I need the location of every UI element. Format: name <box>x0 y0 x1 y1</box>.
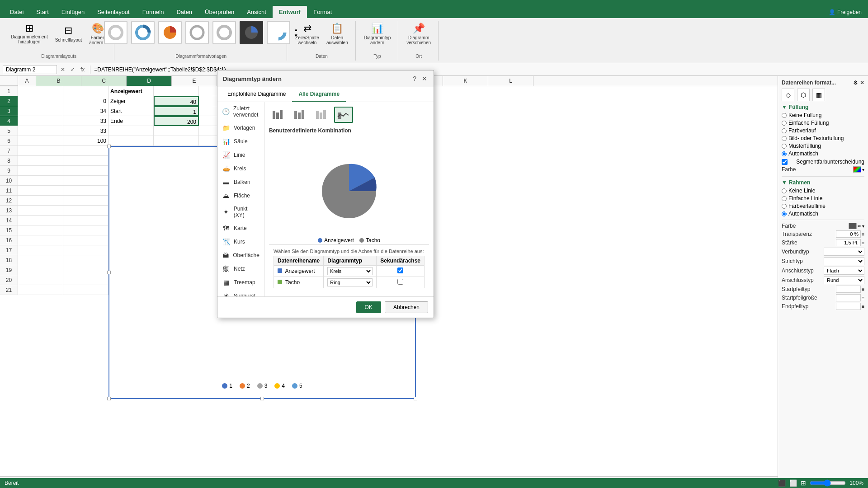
col-header-d[interactable]: D <box>127 76 172 86</box>
cell-a7[interactable] <box>18 146 63 156</box>
startpfeilgrosse-input[interactable] <box>836 294 861 301</box>
cell-a16[interactable] <box>18 235 63 245</box>
radio-farbverlauflinie[interactable]: Farbverlauflinie <box>782 203 864 209</box>
cell-b17[interactable] <box>63 245 108 255</box>
startpfeiltyp-spinner[interactable]: ≡ <box>862 287 864 292</box>
cell-c2[interactable]: Zeiger <box>108 96 154 106</box>
panel-settings-icon[interactable]: ⚙ <box>853 80 858 86</box>
radio-keine-linie[interactable]: Keine Linie <box>782 188 864 194</box>
cell-a9[interactable] <box>18 166 63 176</box>
type-kreis[interactable]: 🥧 Kreis <box>217 162 264 175</box>
type-vorlagen[interactable]: 📁 Vorlagen <box>217 121 264 135</box>
farbe-rahmen-swatch[interactable] <box>849 223 857 229</box>
secondary-checkbox-1[interactable] <box>397 267 403 273</box>
sub-type-2[interactable] <box>291 107 310 123</box>
panel-icon-bar[interactable]: ▦ <box>812 89 825 101</box>
zoom-slider[interactable] <box>810 479 846 487</box>
cell-a14[interactable] <box>18 216 63 225</box>
cell-a20[interactable] <box>18 275 63 285</box>
rahmen-header[interactable]: ▼ Rahmen <box>782 179 864 186</box>
cell-b15[interactable] <box>63 225 108 235</box>
cell-a18[interactable] <box>18 255 63 265</box>
style-1[interactable] <box>104 21 127 44</box>
series-type-select-1[interactable]: Kreis Ring Säule <box>327 267 373 275</box>
cell-c3[interactable]: Start <box>108 106 154 116</box>
tab-entwurf[interactable]: Entwurf <box>273 6 307 18</box>
cell-b12[interactable] <box>63 196 108 206</box>
cell-a11[interactable] <box>18 186 63 196</box>
cell-b20[interactable] <box>63 275 108 285</box>
tab-uberprufen[interactable]: Überprüfen <box>198 6 241 18</box>
type-punkt[interactable]: ✦ Punkt (XY) <box>217 202 264 221</box>
radio-muster[interactable]: Musterfüllung <box>782 143 864 149</box>
type-netz[interactable]: 🕸 Netz <box>217 262 264 276</box>
style-5[interactable] <box>212 21 236 44</box>
cell-a12[interactable] <box>18 196 63 206</box>
startpfeiltyp-input[interactable] <box>836 286 861 293</box>
cell-d6[interactable] <box>154 136 199 146</box>
resize-handle-bottom[interactable] <box>260 397 264 400</box>
diagramm-verschieben-btn[interactable]: 📌 Diagrammverschieben <box>404 21 434 47</box>
share-button[interactable]: 👤 Freigeben <box>822 6 868 18</box>
type-oberflache[interactable]: 🏔 Oberfläche <box>217 249 264 262</box>
diagrammelement-btn[interactable]: ⊞ Diagrammelementhinzufügen <box>8 22 51 46</box>
type-flache[interactable]: ⛰ Fläche <box>217 189 264 202</box>
resize-handle-br[interactable] <box>414 397 417 400</box>
cell-b16[interactable] <box>63 235 108 245</box>
series-type-select-2[interactable]: Ring Kreis Säule <box>327 278 373 286</box>
view-normal-icon[interactable]: ⬛ <box>778 479 786 487</box>
cell-b1[interactable] <box>63 86 108 96</box>
cell-c6[interactable] <box>108 136 154 146</box>
zeile-spalte-btn[interactable]: ⇄ Zeile/Spaltewechseln <box>292 21 322 47</box>
type-zuletzt[interactable]: 🕐 Zuletzt verwendet <box>217 102 264 121</box>
style-3[interactable] <box>158 21 182 44</box>
radio-bild-textur[interactable]: Bild- oder Texturfullung <box>782 135 864 141</box>
tab-einfugen[interactable]: Einfügen <box>55 6 91 18</box>
cell-b6[interactable]: 100 <box>63 136 108 146</box>
cell-a8[interactable] <box>18 156 63 166</box>
radio-automatisch-rahmen[interactable]: Automatisch <box>782 211 864 217</box>
resize-handle-tl[interactable] <box>107 145 111 148</box>
col-header-l[interactable]: L <box>488 76 533 86</box>
cell-a1[interactable] <box>18 86 63 96</box>
view-layout-icon[interactable]: ⬜ <box>789 479 797 487</box>
cell-a13[interactable] <box>18 206 63 216</box>
col-header-c[interactable]: C <box>81 76 127 86</box>
col-header-a[interactable]: A <box>18 76 36 86</box>
cell-b3[interactable]: 34 <box>63 106 108 116</box>
endpfeiltyp-spinner[interactable]: ≡ <box>862 304 864 309</box>
tab-datei[interactable]: Datei <box>4 6 30 18</box>
cell-a21[interactable] <box>18 285 63 295</box>
sub-type-4[interactable] <box>334 107 353 123</box>
style-4[interactable] <box>185 21 209 44</box>
confirm-formula-btn[interactable]: ✓ <box>69 66 77 74</box>
secondary-checkbox-2[interactable] <box>397 279 403 285</box>
radio-einfache-fullung[interactable]: Einfache Füllung <box>782 120 864 126</box>
dialog-help-icon[interactable]: ? <box>412 74 417 83</box>
starke-input[interactable] <box>836 239 861 246</box>
color-dropdown-icon[interactable]: ▾ <box>862 224 864 229</box>
fullung-header[interactable]: ▼ Füllung <box>782 104 864 110</box>
style-6-active[interactable] <box>240 21 263 44</box>
cell-b21[interactable] <box>63 285 108 295</box>
radio-farbverlauf[interactable]: Farbverlauf <box>782 127 864 134</box>
panel-icon-shape[interactable]: ◇ <box>782 89 794 101</box>
farbe-dropdown-icon[interactable]: ▾ <box>862 167 864 172</box>
cell-a4[interactable] <box>18 116 63 126</box>
cell-a19[interactable] <box>18 265 63 275</box>
type-sunburst[interactable]: ☀ Sunburst <box>217 289 264 296</box>
endpfeiltyp-input[interactable] <box>836 303 861 310</box>
daten-auswahlen-btn[interactable]: 📋 Datenauswählen <box>324 21 351 47</box>
tab-seitenlayout[interactable]: Seitenlayout <box>91 6 136 18</box>
cell-a2[interactable] <box>18 96 63 106</box>
cell-b7[interactable] <box>63 146 108 156</box>
type-karte[interactable]: 🗺 Karte <box>217 221 264 235</box>
strichtyp-select[interactable] <box>824 257 864 265</box>
transparenz-input[interactable] <box>836 230 861 238</box>
cell-d3[interactable]: 1 <box>154 106 199 116</box>
radio-keine-fullung[interactable]: Keine Füllung <box>782 112 864 118</box>
cancel-formula-btn[interactable]: ✕ <box>59 66 67 74</box>
farbe-swatch[interactable] <box>853 166 861 173</box>
cell-d1[interactable] <box>154 86 199 96</box>
col-header-b[interactable]: B <box>36 76 81 86</box>
